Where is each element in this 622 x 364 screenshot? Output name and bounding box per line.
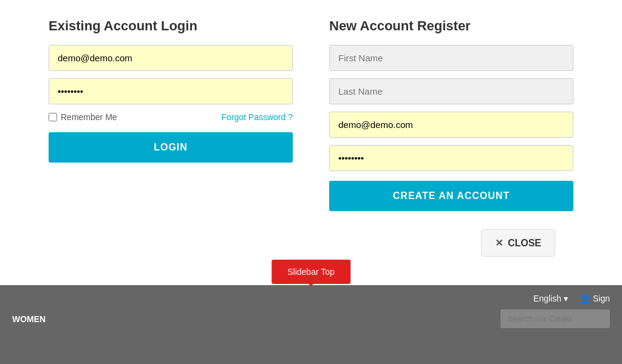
close-x-icon: ✕ xyxy=(495,237,503,249)
login-button[interactable]: LOGIN xyxy=(49,132,293,163)
create-account-button[interactable]: CREATE AN ACCOUNT xyxy=(329,181,573,211)
register-password-input[interactable] xyxy=(329,145,573,171)
dropdown-icon: ▾ xyxy=(564,294,568,303)
remember-forgot-row: Remember Me Forgot Password ? xyxy=(49,112,293,123)
footer-search-input[interactable] xyxy=(501,309,610,328)
login-password-input[interactable] xyxy=(49,78,293,104)
existing-login-title: Existing Account Login xyxy=(49,18,293,34)
new-register-title: New Account Register xyxy=(329,18,573,34)
register-firstname-input[interactable] xyxy=(329,45,573,71)
close-button-label: CLOSE xyxy=(508,238,541,249)
footer-women-label: WOMEN xyxy=(12,314,46,324)
footer-sign[interactable]: 👤 Sign xyxy=(580,294,610,303)
close-button[interactable]: ✕ CLOSE xyxy=(481,229,555,257)
footer-language[interactable]: English ▾ xyxy=(533,294,568,303)
register-lastname-input[interactable] xyxy=(329,78,573,104)
existing-login-section: Existing Account Login Remember Me Forgo… xyxy=(49,18,293,249)
login-email-input[interactable] xyxy=(49,45,293,71)
footer-bottom-row: WOMEN xyxy=(0,303,622,328)
slidebar-arrow-icon xyxy=(305,280,317,286)
remember-me-label[interactable]: Remember Me xyxy=(49,112,117,122)
person-icon: 👤 xyxy=(580,294,590,303)
forgot-password-link[interactable]: Forgot Password ? xyxy=(222,112,293,123)
register-email-input[interactable] xyxy=(329,112,573,138)
footer-bar: English ▾ 👤 Sign WOMEN xyxy=(0,285,622,364)
footer-top-row: English ▾ 👤 Sign xyxy=(0,285,622,303)
new-register-section: New Account Register CREATE AN ACCOUNT xyxy=(329,18,573,249)
remember-me-checkbox[interactable] xyxy=(49,113,57,121)
